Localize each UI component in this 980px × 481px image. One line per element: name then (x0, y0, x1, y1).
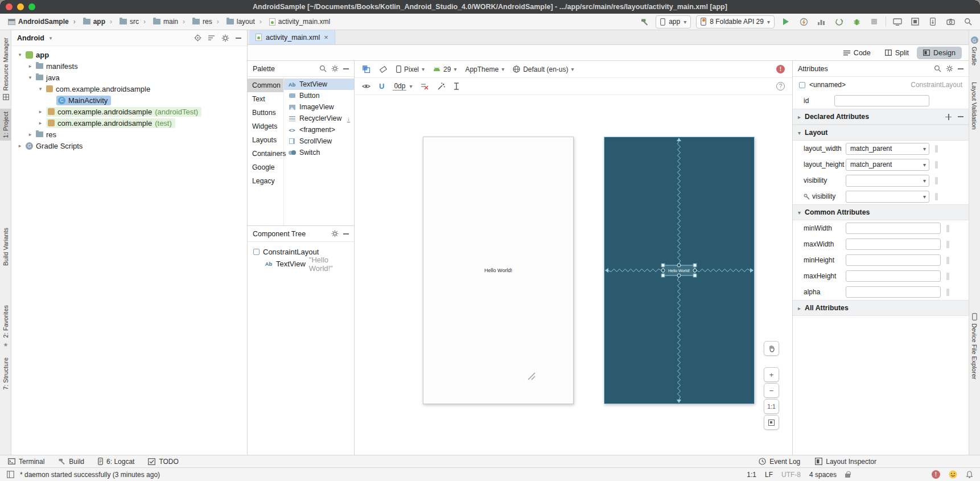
palette-category-widgets[interactable]: Widgets (248, 120, 283, 133)
chevron-down-icon[interactable] (38, 86, 43, 92)
stripe-build-variants[interactable]: Build Variants (0, 225, 11, 269)
breadcrumb-res[interactable]: res (180, 18, 215, 26)
zoom-out-button[interactable] (764, 383, 779, 398)
test-source-item[interactable]: com.example.androidsample (androidTest) (46, 107, 201, 117)
run-config-dropdown[interactable]: app (656, 15, 691, 28)
zoom-in-button[interactable] (764, 367, 779, 382)
maximize-window-button[interactable] (28, 3, 35, 10)
tree-row-res[interactable]: res (11, 129, 247, 140)
palette-category-text[interactable]: Text (248, 92, 283, 106)
api-level-dropdown[interactable]: 29 (433, 65, 456, 73)
collapse-all-icon[interactable] (208, 35, 215, 41)
minwidth-input[interactable] (846, 223, 941, 234)
design-canvas[interactable]: Hello World! (355, 95, 792, 455)
view-split-button[interactable]: Split (879, 47, 915, 59)
caret-position[interactable]: 1:1 (747, 471, 756, 479)
surface-layers-button[interactable] (362, 65, 370, 73)
screen-capture-button[interactable] (944, 15, 957, 28)
hide-panel-icon[interactable] (343, 233, 349, 235)
palette-category-common[interactable]: Common (248, 79, 283, 92)
maxheight-input[interactable] (846, 270, 941, 282)
layout-width-combo[interactable]: match_parent (846, 143, 929, 155)
palette-item-recyclerview[interactable]: RecyclerView (284, 113, 354, 124)
favorite-toggle[interactable] (946, 241, 949, 248)
line-separator-indicator[interactable]: LF (765, 471, 773, 479)
event-log-button[interactable]: Event Log (759, 458, 800, 466)
device-file-explorer-button[interactable] (927, 15, 939, 28)
minheight-input[interactable] (846, 254, 941, 266)
favorite-toggle[interactable] (935, 161, 938, 168)
autoconnect-button[interactable] (379, 82, 384, 91)
chevron-down-icon[interactable] (798, 209, 801, 216)
minimize-window-button[interactable] (17, 3, 24, 10)
hide-panel-icon[interactable] (343, 68, 349, 69)
declared-attributes-section[interactable]: Declared Attributes (793, 109, 969, 125)
zoom-100-button[interactable]: 1:1 (764, 399, 779, 414)
stripe-structure[interactable]: 7: Structure (0, 355, 11, 393)
build-hammer-button[interactable] (638, 15, 650, 28)
remove-attribute-icon[interactable] (958, 116, 963, 117)
chevron-down-icon[interactable] (27, 75, 33, 80)
tree-row-package[interactable]: com.example.androidsample (11, 83, 247, 94)
guidelines-button[interactable] (454, 83, 459, 90)
layout-section[interactable]: Layout (793, 125, 969, 141)
test-source-item[interactable]: com.example.androidsample (test) (46, 118, 175, 128)
notifications-bell-icon[interactable] (966, 471, 973, 479)
device-select-dropdown[interactable]: Pixel (396, 65, 425, 73)
tree-row-mainactivity[interactable]: MainActivity (11, 94, 247, 106)
palette-category-layouts[interactable]: Layouts (248, 133, 283, 147)
chevron-right-icon[interactable] (17, 143, 23, 149)
tree-row-manifests[interactable]: manifests (11, 60, 247, 72)
favorite-toggle[interactable] (935, 193, 938, 200)
stripe-favorites[interactable]: 2: Favorites (0, 302, 11, 351)
chevron-down-icon[interactable] (798, 130, 801, 136)
breadcrumb-layout[interactable]: layout (215, 18, 257, 26)
attach-debugger-button[interactable] (850, 15, 863, 28)
default-margins-dropdown[interactable]: 0dp (393, 82, 412, 91)
palette-category-buttons[interactable]: Buttons (248, 106, 283, 120)
all-attributes-section[interactable]: All Attributes (793, 300, 969, 316)
locale-dropdown[interactable]: Default (en-us) (513, 65, 574, 73)
chevron-right-icon[interactable] (798, 114, 801, 120)
breadcrumb-main[interactable]: main (141, 18, 180, 26)
stripe-device-file-explorer[interactable]: Device File Explorer (969, 310, 980, 382)
blueprint-preview-device[interactable]: Hello World! (604, 137, 755, 404)
stripe-resource-manager[interactable]: Resource Manager (0, 35, 11, 103)
stop-button[interactable] (868, 15, 880, 28)
help-button[interactable] (776, 82, 785, 91)
palette-category-containers[interactable]: Containers (248, 147, 283, 161)
hide-panel-icon[interactable] (958, 68, 963, 69)
device-resize-handle[interactable] (526, 371, 536, 380)
stripe-layout-validation[interactable]: Layout Validation (969, 79, 980, 133)
feedback-smiley-icon[interactable] (949, 470, 957, 479)
indent-indicator[interactable]: 4 spaces (809, 471, 837, 479)
download-icon[interactable] (347, 116, 350, 122)
profiler-button[interactable] (815, 15, 827, 28)
ide-errors-icon[interactable] (932, 470, 940, 479)
alpha-input[interactable] (846, 286, 941, 298)
tree-row-app[interactable]: app (11, 49, 247, 60)
common-attributes-section[interactable]: Common Attributes (793, 204, 969, 220)
logcat-button[interactable]: 6: Logcat (98, 458, 134, 466)
favorite-toggle[interactable] (946, 225, 949, 232)
infer-constraints-button[interactable] (437, 83, 445, 91)
favorite-toggle[interactable] (946, 273, 949, 280)
layout-inspector-button[interactable] (909, 15, 921, 28)
design-preview-device[interactable]: Hello World! (423, 137, 574, 404)
palette-item-button[interactable]: Button (284, 90, 354, 101)
sync-gradle-button[interactable] (833, 15, 845, 28)
tree-row-package-test[interactable]: com.example.androidsample (test) (11, 117, 247, 129)
gear-icon[interactable] (221, 34, 229, 42)
favorite-toggle[interactable] (946, 257, 949, 264)
build-tool-button[interactable]: Build (58, 458, 84, 466)
palette-item-textview[interactable]: TextView (284, 79, 354, 90)
apply-changes-button[interactable] (797, 15, 810, 28)
add-attribute-icon[interactable] (945, 114, 952, 120)
palette-item-fragment[interactable]: <fragment> (284, 124, 354, 135)
view-code-button[interactable]: Code (837, 47, 877, 59)
ctree-row-textview[interactable]: TextView "Hello World!" (248, 258, 354, 270)
id-input[interactable] (834, 95, 929, 106)
orientation-button[interactable] (379, 65, 388, 73)
tab-activity-main-xml[interactable]: activity_main.xml (249, 30, 335, 44)
terminal-button[interactable]: Terminal (8, 458, 44, 466)
